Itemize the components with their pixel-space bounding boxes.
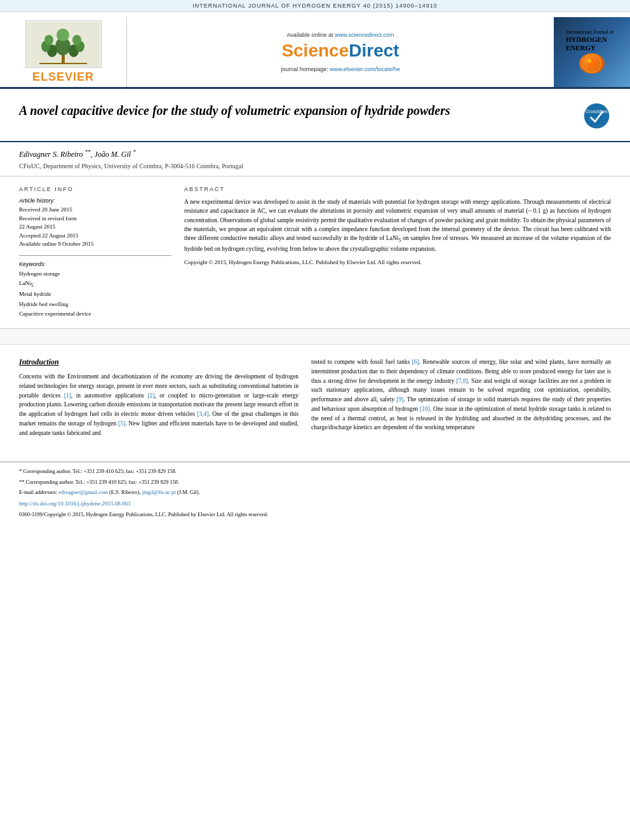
doi-link[interactable]: http://dx.doi.org/10.1016/j.ijhydene.201… (19, 500, 131, 507)
issn-line: 0360-3199/Copyright © 2015, Hydrogen Ene… (19, 511, 611, 517)
received-date: Received 20 June 2015 (19, 206, 171, 215)
available-online-text: Available online at www.sciencedirect.co… (287, 32, 394, 38)
svg-point-13 (587, 59, 591, 63)
ref-2[interactable]: [2] (147, 392, 154, 399)
sd-logo-direct: Direct (349, 41, 399, 60)
abstract-header: ABSTRACT (184, 186, 611, 192)
doi-line: http://dx.doi.org/10.1016/j.ijhydene.201… (19, 499, 611, 509)
right-para-1: tested to compete with fossil fuel tanks… (311, 357, 611, 432)
keyword-3: Metal hydride (19, 290, 171, 299)
hydrogen-energy-icon (579, 53, 605, 74)
svg-point-7 (44, 35, 53, 45)
sciencedirect-area: Available online at www.sciencedirect.co… (127, 17, 554, 87)
authors: Edivagner S. Ribeiro **, João M. Gil * (19, 149, 611, 159)
article-title: A novel capacitive device for the study … (19, 102, 450, 119)
elsevier-wordmark: ELSEVIER (32, 70, 94, 84)
article-info-col: ARTICLE INFO Article history: Received 2… (19, 186, 171, 319)
article-title-area: A novel capacitive device for the study … (0, 89, 630, 142)
journal-cover-title: International Journal of HYDROGEN ENERGY (566, 29, 618, 52)
journal-cover-box: International Journal of HYDROGEN ENERGY (563, 27, 620, 77)
keyword-1: Hydrogen storage (19, 269, 171, 279)
copyright-text: Copyright © 2015, Hydrogen Energy Public… (184, 258, 611, 267)
crossmark-area[interactable]: CrossMark (582, 102, 611, 131)
keywords-title: Keywords: (19, 261, 171, 267)
ref-1[interactable]: [1] (64, 392, 71, 399)
footer-area: * Corresponding author. Tel.: +351 239 4… (0, 462, 630, 522)
ref-10[interactable]: [10] (420, 406, 430, 412)
keyword-5: Capacitive experimental device (19, 309, 171, 319)
ref-5[interactable]: [5] (118, 420, 125, 427)
received-revised-label: Received in revised form (19, 215, 171, 223)
journal-name: INTERNATIONAL JOURNAL OF HYDROGEN ENERGY… (192, 3, 438, 9)
body-left-col: Introduction Concerns with the Environme… (19, 357, 298, 443)
journal-url[interactable]: www.elsevier.com/locate/he (330, 66, 400, 72)
email-jmgil[interactable]: jmgil@fis.uc.pt (142, 489, 176, 495)
keyword-2: LaNi5 (19, 279, 171, 290)
ref-6[interactable]: [6] (412, 359, 419, 365)
elsevier-logo-area: ELSEVIER (0, 17, 127, 87)
available-online-date: Available online 9 October 2015 (19, 240, 171, 249)
energy-icon-svg (582, 54, 601, 73)
ref-7-8[interactable]: [7,8] (456, 378, 467, 384)
ref-3-4[interactable]: [3,4] (197, 411, 208, 417)
keyword-4: Hydride bed swelling (19, 300, 171, 309)
header: ELSEVIER Available online at www.science… (0, 12, 630, 89)
svg-text:CrossMark: CrossMark (586, 109, 608, 114)
spacer-area (0, 329, 630, 345)
footnote-2: ** Corresponding author. Tel.: +351 239 … (19, 478, 611, 487)
abstract-text: A new experimental device was developed … (184, 197, 611, 253)
ref-9[interactable]: [9] (396, 396, 403, 403)
article-history: Article history: Received 20 June 2015 R… (19, 197, 171, 249)
info-abstract-section: ARTICLE INFO Article history: Received 2… (0, 177, 630, 329)
sd-logo-science: Science (281, 41, 349, 60)
email-edivagner[interactable]: edivagner@gmail.com (58, 489, 107, 495)
author-names: Edivagner S. Ribeiro **, João M. Gil * (19, 150, 136, 159)
received-revised-date: 22 August 2015 (19, 223, 171, 232)
elsevier-tree-graphic (25, 20, 102, 68)
accepted-date: Accepted 22 August 2015 (19, 232, 171, 241)
journal-cover-area: International Journal of HYDROGEN ENERGY (554, 17, 630, 87)
svg-point-9 (57, 29, 69, 41)
sciencedirect-url[interactable]: www.sciencedirect.com (335, 32, 394, 38)
crossmark-logo-svg: CrossMark (582, 102, 611, 130)
affiliation: CFisUC, Department of Physics, Universit… (19, 163, 611, 170)
svg-point-14 (584, 103, 610, 129)
svg-point-8 (72, 35, 81, 45)
footnote-1: * Corresponding author. Tel.: +351 239 4… (19, 467, 611, 476)
body-content: Introduction Concerns with the Environme… (0, 345, 630, 455)
abstract-col: ABSTRACT A new experimental device was d… (184, 186, 611, 319)
info-divider (19, 255, 171, 256)
elsevier-tree-svg (27, 22, 100, 67)
journal-banner: INTERNATIONAL JOURNAL OF HYDROGEN ENERGY… (0, 0, 630, 12)
intro-para-1: Concerns with the Environment and decarb… (19, 372, 298, 437)
article-info-header: ARTICLE INFO (19, 186, 171, 192)
authors-area: Edivagner S. Ribeiro **, João M. Gil * C… (0, 142, 630, 177)
journal-homepage-text: journal homepage: www.elsevier.com/locat… (281, 66, 400, 72)
email-line: E-mail addresses: edivagner@gmail.com (E… (19, 488, 611, 497)
history-title: Article history: (19, 197, 171, 204)
sciencedirect-logo: ScienceDirect (281, 41, 399, 61)
intro-title: Introduction (19, 357, 298, 367)
body-right-col: tested to compete with fossil fuel tanks… (311, 357, 611, 443)
